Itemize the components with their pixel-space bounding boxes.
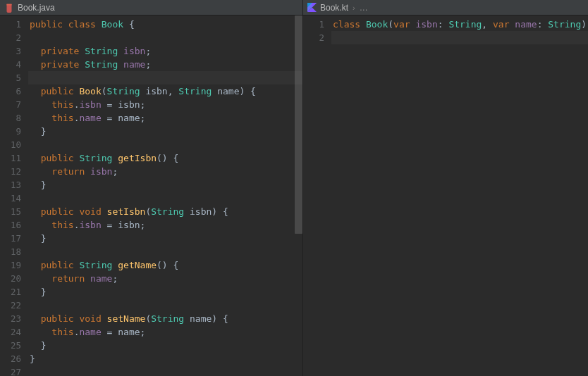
code-line[interactable] <box>28 299 302 312</box>
line-number: 7 <box>0 98 21 111</box>
code-line[interactable] <box>28 31 302 44</box>
code-line[interactable]: } <box>28 285 302 299</box>
tab-label-right[interactable]: Book.kt <box>320 3 348 13</box>
line-number: 14 <box>0 192 21 205</box>
editor-pane-right: Book.kt › … 12 class Book(var isbn: Stri… <box>303 0 588 376</box>
code-line[interactable] <box>28 245 302 258</box>
code-line[interactable]: this.name = name; <box>28 111 302 125</box>
line-number: 8 <box>0 111 21 125</box>
code-line[interactable]: public String getName() { <box>28 258 302 272</box>
code-area-left[interactable]: public class Book { private String isbn;… <box>28 15 302 376</box>
editor-area-left[interactable]: 1234567891011121314151617181920212223242… <box>0 15 302 376</box>
tab-bar-right: Book.kt › … <box>303 0 588 15</box>
code-line[interactable]: public class Book { <box>28 18 302 31</box>
code-line[interactable]: } <box>28 232 302 245</box>
line-number: 13 <box>0 178 21 192</box>
code-line[interactable] <box>28 192 302 205</box>
code-line[interactable]: public void setIsbn(String isbn) { <box>28 205 302 218</box>
tab-label-left[interactable]: Book.java <box>18 3 55 13</box>
line-number: 15 <box>0 205 21 218</box>
line-number: 3 <box>0 44 21 58</box>
code-line[interactable] <box>28 365 302 376</box>
code-line[interactable]: this.isbn = isbn; <box>28 98 302 111</box>
line-number: 18 <box>0 245 21 258</box>
editor-pane-left: Book.java 123456789101112131415161718192… <box>0 0 303 376</box>
code-line[interactable]: this.name = name; <box>28 325 302 339</box>
code-line[interactable]: } <box>28 125 302 138</box>
scrollbar-thumb-left[interactable] <box>295 15 302 234</box>
code-line[interactable]: } <box>28 339 302 352</box>
line-number: 6 <box>0 84 21 98</box>
line-number: 26 <box>0 352 21 365</box>
gutter-right: 12 <box>303 15 331 376</box>
tab-bar-left: Book.java <box>0 0 302 15</box>
breadcrumb-more[interactable]: … <box>360 3 368 13</box>
code-line[interactable]: this.isbn = isbn; <box>28 218 302 232</box>
line-number: 1 <box>0 18 21 31</box>
line-number: 9 <box>0 125 21 138</box>
editor-area-right[interactable]: 12 class Book(var isbn: String, var name… <box>303 15 588 376</box>
breadcrumb-chevron-icon: › <box>353 4 355 12</box>
code-line[interactable]: public Book(String isbn, String name) { <box>28 84 302 98</box>
line-number: 4 <box>0 58 21 71</box>
line-number: 2 <box>0 31 21 44</box>
line-number: 11 <box>0 151 21 165</box>
line-number: 20 <box>0 272 21 285</box>
line-number: 23 <box>0 312 21 325</box>
line-number: 19 <box>0 258 21 272</box>
code-area-right[interactable]: class Book(var isbn: String, var name: S… <box>331 15 588 376</box>
line-number: 25 <box>0 339 21 352</box>
code-line[interactable] <box>28 71 302 84</box>
code-line[interactable]: return name; <box>28 272 302 285</box>
kotlin-file-icon <box>307 3 317 12</box>
line-number: 24 <box>0 325 21 339</box>
line-number: 12 <box>0 165 21 178</box>
code-line[interactable]: private String isbn; <box>28 44 302 58</box>
line-number: 27 <box>0 365 21 376</box>
java-file-icon <box>4 3 14 13</box>
code-line[interactable] <box>28 138 302 151</box>
code-line[interactable]: class Book(var isbn: String, var name: S… <box>331 18 588 31</box>
line-number: 16 <box>0 218 21 232</box>
code-line[interactable] <box>331 31 588 44</box>
line-number: 21 <box>0 285 21 299</box>
line-number: 10 <box>0 138 21 151</box>
svg-marker-3 <box>312 3 317 8</box>
line-number: 1 <box>303 18 324 31</box>
line-number: 22 <box>0 299 21 312</box>
code-line[interactable]: } <box>28 178 302 192</box>
scrollbar-left[interactable] <box>295 15 302 376</box>
code-line[interactable]: public void setName(String name) { <box>28 312 302 325</box>
line-number: 5 <box>0 71 21 84</box>
code-line[interactable]: return isbn; <box>28 165 302 178</box>
code-line[interactable]: public String getIsbn() { <box>28 151 302 165</box>
line-number: 2 <box>303 31 324 44</box>
gutter-left: 1234567891011121314151617181920212223242… <box>0 15 28 376</box>
code-line[interactable]: } <box>28 352 302 365</box>
line-number: 17 <box>0 232 21 245</box>
code-line[interactable]: private String name; <box>28 58 302 71</box>
